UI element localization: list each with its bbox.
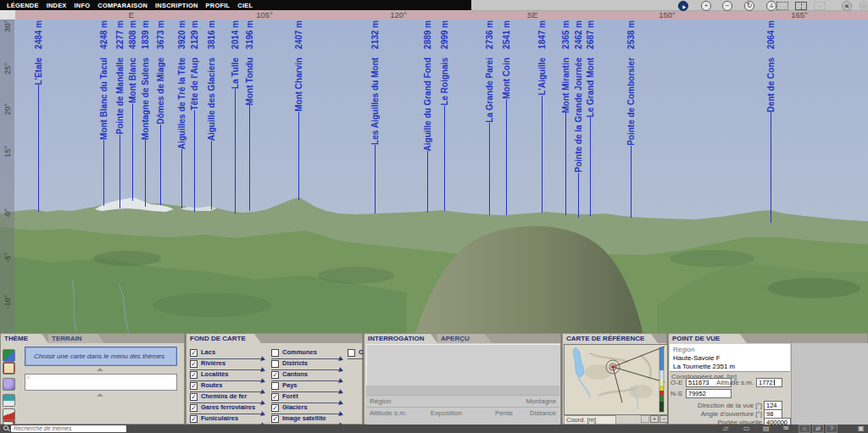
layer-toggle-rivi-res[interactable]: ✓Rivières [190,359,264,370]
peak-label[interactable]: Mont Coin 2541 m [500,20,513,99]
ns-input[interactable]: 79952 [686,389,732,398]
peak-label[interactable]: Mont Mirantin 2365 m [559,20,572,113]
layer-toggle-chemins-de-fer[interactable]: ✓Chemins de fer [190,392,264,403]
screen-icon[interactable]: ▭ [743,425,750,433]
resize-handle-icon[interactable] [97,368,103,371]
peak-marker-mont-tondu[interactable]: Mont Tondu 3196 m [242,20,256,211]
peak-marker-pointe-de-mandalle[interactable]: Pointe de Mandalle 2277 m [113,20,126,208]
peak-marker-dent-de-cons[interactable]: Dent de Cons 2064 m [764,20,777,223]
peak-marker-mont-blanc[interactable]: Mont Blanc 4808 m [125,20,139,201]
layer-toggle-for-t[interactable]: ✓Forêt [271,392,342,403]
checkbox-lacs[interactable]: ✓ [190,349,198,357]
tab-point-de-vue[interactable]: POINT DE VUE [669,334,747,343]
mail-icon[interactable]: ✉ [783,425,789,433]
peak-label[interactable]: Le Grand Mont 2687 m [584,20,597,117]
clouds-icon[interactable] [3,378,15,391]
layer-toggle-districts[interactable]: Districts [271,359,342,370]
checkbox-funiculaires[interactable]: ✓ [190,415,198,423]
peak-label[interactable]: Pointe de Comborsier 2538 m [625,20,637,146]
tab-interrogation[interactable]: INTERROGATION [364,334,437,343]
peak-marker-montagne-de-sulens[interactable]: Montagne de Sulens 1839 m [138,20,152,207]
theme-search-input[interactable]: Recherche de thèmes [11,425,126,432]
peak-marker-aiguilles-de-tr-la-t-te[interactable]: Aiguilles de Tré la Tête 3920 m [175,20,188,208]
peak-marker-mont-blanc-du-tacul[interactable]: Mont Blanc du Tacul 4248 m [97,20,110,206]
peak-marker-la-grande-parei[interactable]: La Grande Parei 2736 m [482,20,496,215]
layer-toggle-lacs[interactable]: ✓Lacs [190,348,264,359]
peak-marker-le-roignais[interactable]: Le Roignais 2999 m [437,20,451,211]
peak-label[interactable]: Aiguille du Grand Fond 2889 m [421,20,434,151]
peak-label[interactable]: La Tulle 2014 m [229,20,242,89]
map-theme-icon[interactable] [3,349,15,362]
peak-marker-mont-mirantin[interactable]: Mont Mirantin 2365 m [559,20,572,215]
tab-fond-de-carte[interactable]: FOND DE CARTE [186,334,261,343]
select-area-icon[interactable] [776,2,788,10]
peak-marker-le-grand-mont[interactable]: Le Grand Mont 2687 m [583,20,597,216]
checkbox-communes[interactable] [271,349,279,357]
layer-toggle-communes[interactable]: Communes [271,348,342,359]
peak-marker-pointe-de-comborsier[interactable]: Pointe de Comborsier 2538 m [624,20,637,218]
peak-marker-les-aiguilles-du-mont[interactable]: Les Aiguilles du Mont 2132 m [368,20,381,214]
peak-label[interactable]: Les Aiguilles du Mont 2132 m [369,20,381,145]
link-icon[interactable]: ⇄ [812,425,824,433]
close-view-icon[interactable]: × [814,2,826,10]
previous-view-icon[interactable]: « [842,1,852,11]
peak-marker-l-etale[interactable]: L'Etale 2484 m [31,20,45,212]
window-icon[interactable]: ▣ [858,425,865,433]
peak-label[interactable]: Aiguille des Glaciers 3816 m [205,20,218,141]
map-frame-button[interactable] [641,415,649,423]
peak-label[interactable]: Tête de l'Aup 2129 m [188,20,201,110]
help-icon[interactable]: ? [826,425,837,433]
checkbox-glaciers[interactable]: ✓ [271,404,279,412]
peak-marker-aiguille-des-glaciers[interactable]: Aiguille des Glaciers 3816 m [204,20,218,209]
home-icon[interactable]: ⌂ [798,425,810,433]
checkbox-carte-isol-e[interactable] [348,349,355,357]
peak-label[interactable]: L'Etale 2484 m [32,20,45,85]
map-zoom-in-button[interactable]: + [650,415,659,423]
peak-label[interactable]: Mont Tondu 3196 m [243,20,256,105]
checkbox-gares-ferroviaires[interactable]: ✓ [190,404,198,412]
peak-label[interactable]: Mont Blanc du Tacul 4248 m [97,20,110,140]
layer-toggle-glaciers[interactable]: ✓Glaciers [271,403,342,414]
open-folder-icon[interactable]: ▱ [723,425,728,433]
zoom-out-icon[interactable]: − [722,1,732,11]
checkbox-chemins-de-fer[interactable]: ✓ [190,393,198,401]
layer-toggle-cantons[interactable]: ✓Cantons [271,370,342,381]
peak-label[interactable]: Mont Blanc 4808 m [126,20,139,103]
peak-marker-mont-charvin[interactable]: Mont Charvin 2407 m [292,20,305,200]
print-icon[interactable]: ▤ [763,425,770,433]
peak-label[interactable]: Aiguilles de Tré la Tête 3920 m [175,20,188,149]
peak-marker-l-aiguille[interactable]: L'Aiguille 1847 m [535,20,548,213]
layer-toggle-gares-ferroviaires[interactable]: ✓Gares ferroviaires [190,403,264,414]
peak-label[interactable]: Dômes de Miage 3673 m [154,20,167,125]
tab-carte-de-reference[interactable]: CARTE DE RÉFÉRENCE [563,334,658,343]
rotate-view-icon[interactable]: ↻ [744,1,754,11]
checkbox-localit-s[interactable]: ✓ [190,371,198,379]
layer-toggle-pays[interactable]: Pays [271,381,342,392]
theme-picker-box[interactable]: Choisir une carte dans le menu des thème… [25,347,177,366]
altitude-input[interactable]: 1772 [756,378,782,387]
peak-marker-mont-coin[interactable]: Mont Coin 2541 m [499,20,513,215]
resize-handle-icon[interactable] [97,393,103,397]
reference-map[interactable] [564,344,668,415]
checkbox-for-t[interactable]: ✓ [271,393,279,401]
checkbox-districts[interactable] [271,360,279,368]
checkbox-rivi-res[interactable]: ✓ [190,360,198,368]
peak-label[interactable]: Le Roignais 2999 m [438,20,451,106]
peak-marker-la-tulle[interactable]: La Tulle 2014 m [228,20,242,214]
zoom-in-icon[interactable]: + [701,1,711,11]
checkbox-cantons[interactable]: ✓ [271,371,279,379]
tab-apercu[interactable]: APERÇU [437,334,492,343]
split-view-icon[interactable] [795,2,807,10]
text-labels-icon[interactable] [3,362,15,375]
flag-icon[interactable] [3,394,15,407]
peak-label[interactable]: L'Aiguille 1847 m [536,20,548,96]
pan-view-icon[interactable]: ↔↕ [766,1,776,11]
layer-toggle-routes[interactable]: ✓Routes [190,381,264,392]
peak-marker-aiguille-du-grand-fond[interactable]: Aiguille du Grand Fond 2889 m [420,20,434,213]
peak-label[interactable]: Mont Charvin 2407 m [292,20,305,112]
peak-label[interactable]: Pointe de Mandalle 2277 m [114,20,126,135]
peak-marker-d-mes-de-miage[interactable]: Dômes de Miage 3673 m [153,20,167,205]
next-view-icon[interactable]: » [859,1,868,11]
pointer-tool-icon[interactable]: ▲ [678,1,688,11]
checkbox-pays[interactable] [271,382,279,390]
